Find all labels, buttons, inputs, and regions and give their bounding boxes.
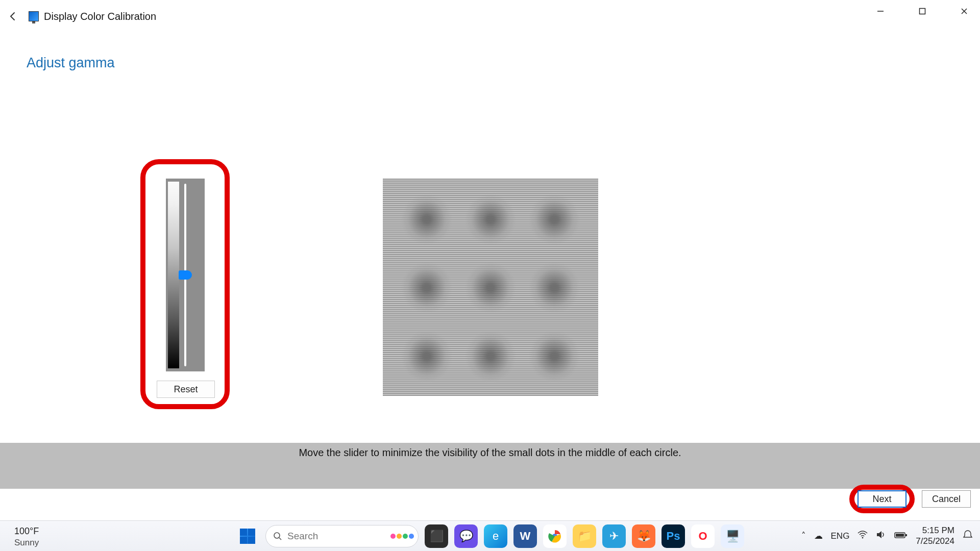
notifications-icon[interactable] xyxy=(963,530,973,542)
taskbar-app-taskview[interactable]: ⬛ xyxy=(425,524,448,548)
taskbar-search-input[interactable] xyxy=(287,531,364,542)
svg-rect-8 xyxy=(896,534,904,537)
gamma-gradient-bar xyxy=(168,182,179,368)
taskbar-center: ⬛ 💬 e W 📁 ✈ 🦊 Ps O 🖥️ xyxy=(236,524,744,548)
cancel-button[interactable]: Cancel xyxy=(922,490,971,508)
taskbar-app-photoshop[interactable]: Ps xyxy=(662,524,685,548)
clock-time: 5:15 PM xyxy=(916,525,954,536)
search-icon xyxy=(273,532,282,541)
gamma-slider-thumb[interactable] xyxy=(179,270,192,280)
tray-overflow-icon[interactable]: ˄ xyxy=(801,531,806,541)
window-controls xyxy=(869,3,976,19)
taskbar-app-telegram[interactable]: ✈ xyxy=(602,524,626,548)
instruction-bar: Move the slider to minimize the visibili… xyxy=(0,443,980,489)
page-heading: Adjust gamma xyxy=(27,55,115,71)
gamma-preview-pattern xyxy=(383,179,598,396)
taskbar-search[interactable] xyxy=(265,525,419,547)
clock-date: 7/25/2024 xyxy=(916,536,954,546)
gamma-dot xyxy=(403,264,450,311)
system-tray: ˄ ☁ ENG 5:15 PM 7/25/2024 xyxy=(801,525,973,546)
gamma-dot xyxy=(467,333,514,380)
weather-condition: Sunny xyxy=(14,537,39,548)
taskbar-app-edge[interactable]: e xyxy=(484,524,507,548)
start-button[interactable] xyxy=(236,524,259,548)
taskbar-clock[interactable]: 5:15 PM 7/25/2024 xyxy=(916,525,954,546)
gamma-dot xyxy=(467,196,514,243)
taskbar-app-firefox[interactable]: 🦊 xyxy=(632,524,655,548)
instruction-text: Move the slider to minimize the visibili… xyxy=(299,447,681,459)
taskbar-app-chat[interactable]: 💬 xyxy=(454,524,478,548)
taskbar-weather[interactable]: 100°F Sunny xyxy=(14,525,39,548)
minimize-button[interactable] xyxy=(869,3,892,19)
window-title: Display Color Calibration xyxy=(44,11,156,22)
maximize-button[interactable] xyxy=(911,3,934,19)
close-button[interactable] xyxy=(952,3,976,19)
weather-temperature: 100°F xyxy=(14,525,39,537)
taskbar-app-calibration[interactable]: 🖥️ xyxy=(721,524,744,548)
wizard-footer: Next Cancel xyxy=(849,485,971,513)
taskbar: 100°F Sunny ⬛ 💬 e W 📁 ✈ 🦊 Ps O 🖥️ xyxy=(0,520,980,551)
gamma-dot xyxy=(531,196,578,243)
svg-rect-9 xyxy=(905,534,907,536)
back-button[interactable] xyxy=(3,6,23,27)
search-decoration-icon xyxy=(390,534,414,539)
svg-point-2 xyxy=(274,533,280,538)
gamma-dot xyxy=(403,333,450,380)
svg-rect-1 xyxy=(920,9,925,14)
gamma-slider-panel xyxy=(166,179,205,371)
taskbar-app-explorer[interactable]: 📁 xyxy=(573,524,596,548)
wifi-icon[interactable] xyxy=(857,531,868,541)
app-icon xyxy=(29,11,39,21)
reset-button[interactable]: Reset xyxy=(157,381,215,398)
onedrive-icon[interactable]: ☁ xyxy=(814,531,823,541)
svg-point-6 xyxy=(862,537,864,539)
battery-icon[interactable] xyxy=(894,531,908,541)
titlebar: Display Color Calibration xyxy=(0,0,980,33)
gamma-dot xyxy=(531,333,578,380)
taskbar-app-opera[interactable]: O xyxy=(691,524,715,548)
gamma-dot xyxy=(531,264,578,311)
taskbar-app-word[interactable]: W xyxy=(513,524,537,548)
taskbar-app-chrome[interactable] xyxy=(543,524,567,548)
gamma-dot xyxy=(403,196,450,243)
volume-icon[interactable] xyxy=(876,530,886,542)
next-highlight-annotation: Next xyxy=(849,485,915,513)
gamma-dot xyxy=(467,264,514,311)
language-indicator[interactable]: ENG xyxy=(831,531,850,541)
next-button[interactable]: Next xyxy=(857,490,906,508)
svg-line-3 xyxy=(279,538,281,540)
